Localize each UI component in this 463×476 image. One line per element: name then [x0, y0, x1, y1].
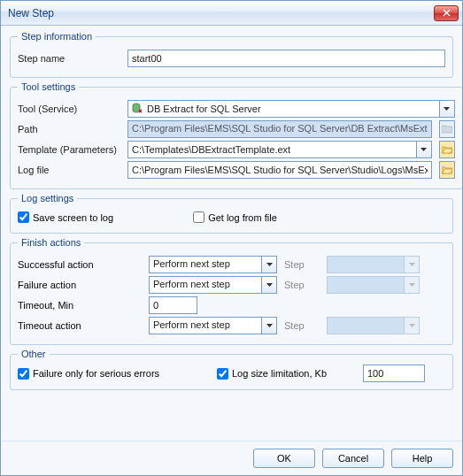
timeout-label: Timeout, Min — [18, 300, 142, 311]
step-name-label: Step name — [18, 53, 122, 64]
close-button[interactable] — [434, 5, 459, 21]
template-input[interactable] — [127, 141, 416, 158]
step-info-group: Step information Step name — [10, 31, 453, 78]
failure-step-dropdown-button — [404, 276, 420, 294]
log-limit-value-input[interactable] — [363, 365, 425, 382]
log-settings-legend: Log settings — [18, 193, 77, 203]
folder-icon — [442, 125, 452, 134]
chevron-down-icon — [409, 324, 415, 327]
step-info-legend: Step information — [18, 31, 96, 42]
step-name-input[interactable] — [127, 50, 445, 67]
path-input: C:\Program Files\EMS\SQL Studio for SQL … — [127, 120, 432, 138]
log-limit-input[interactable] — [217, 368, 228, 380]
tool-service-label: Tool (Service) — [18, 104, 122, 114]
get-log-checkbox[interactable]: Get log from file — [193, 211, 277, 223]
path-browse-button — [439, 120, 455, 138]
failure-action-label: Failure action — [18, 280, 142, 290]
ok-button[interactable]: OK — [253, 449, 315, 468]
failure-action-value: Perform next step — [149, 276, 261, 294]
log-settings-group: Log settings Save screen to log Get log … — [10, 193, 453, 234]
timeout-input[interactable] — [149, 296, 197, 314]
save-screen-checkbox[interactable]: Save screen to log — [18, 211, 113, 223]
chevron-down-icon — [266, 283, 273, 287]
tool-service-dropdown-button[interactable] — [439, 100, 455, 118]
other-group: Other Failure only for serious errors Lo… — [10, 349, 453, 390]
close-icon — [443, 9, 451, 17]
tool-service-value: DB Extract for SQL Server — [147, 104, 261, 114]
success-action-dropdown-button[interactable] — [261, 256, 277, 273]
tool-service-combo[interactable]: DB Extract for SQL Server — [127, 100, 455, 118]
template-browse-button[interactable] — [439, 141, 455, 158]
log-file-browse-button[interactable] — [439, 161, 455, 179]
titlebar: New Step — [1, 1, 462, 26]
chevron-down-icon — [409, 263, 415, 266]
save-screen-label: Save screen to log — [33, 212, 113, 223]
success-action-value: Perform next step — [149, 256, 261, 273]
timeout-action-value: Perform next step — [149, 317, 261, 334]
success-action-label: Successful action — [18, 259, 142, 270]
chevron-down-icon — [409, 283, 415, 287]
chevron-down-icon — [266, 263, 273, 266]
failure-serious-label: Failure only for serious errors — [33, 368, 159, 379]
chevron-down-icon — [266, 324, 273, 327]
success-step-label: Step — [284, 259, 320, 270]
timeout-action-combo[interactable]: Perform next step — [149, 317, 277, 334]
success-action-combo[interactable]: Perform next step — [149, 256, 277, 273]
tool-settings-group: Tool settings Tool (Service) DB Extract … — [10, 81, 463, 189]
help-button[interactable]: Help — [391, 449, 453, 468]
cancel-button[interactable]: Cancel — [322, 449, 384, 468]
other-legend: Other — [18, 349, 50, 359]
failure-serious-input[interactable] — [18, 368, 29, 380]
timeout-step-dropdown-button — [404, 317, 420, 334]
get-log-input[interactable] — [193, 211, 204, 223]
window-title: New Step — [8, 7, 434, 19]
timeout-action-dropdown-button[interactable] — [261, 317, 277, 334]
log-limit-checkbox[interactable]: Log size limitation, Kb — [217, 368, 354, 380]
save-screen-input[interactable] — [18, 211, 29, 223]
path-label: Path — [18, 124, 122, 134]
timeout-step-label: Step — [284, 320, 320, 331]
failure-action-combo[interactable]: Perform next step — [149, 276, 277, 294]
template-combo[interactable] — [127, 141, 432, 158]
template-dropdown-button[interactable] — [416, 141, 432, 158]
chevron-down-icon — [421, 148, 427, 151]
get-log-label: Get log from file — [208, 212, 277, 223]
finish-actions-legend: Finish actions — [18, 237, 84, 248]
log-file-label: Log file — [18, 165, 122, 175]
folder-open-icon — [442, 145, 452, 154]
tool-settings-legend: Tool settings — [18, 81, 79, 92]
failure-serious-checkbox[interactable]: Failure only for serious errors — [18, 368, 208, 380]
timeout-step-combo — [327, 317, 420, 334]
folder-open-icon — [442, 165, 452, 174]
finish-actions-group: Finish actions Successful action Perform… — [10, 237, 453, 345]
template-label: Template (Parameters) — [18, 144, 122, 155]
log-limit-label: Log size limitation, Kb — [232, 368, 327, 379]
success-step-dropdown-button — [404, 256, 420, 273]
dialog-footer: OK Cancel Help — [1, 441, 462, 475]
success-step-combo — [327, 256, 420, 273]
failure-step-combo — [327, 276, 420, 294]
timeout-action-label: Timeout action — [18, 320, 142, 331]
chevron-down-icon — [444, 107, 450, 111]
db-extract-icon — [131, 103, 143, 115]
failure-step-label: Step — [284, 280, 320, 290]
log-file-input[interactable] — [127, 161, 432, 179]
failure-action-dropdown-button[interactable] — [261, 276, 277, 294]
